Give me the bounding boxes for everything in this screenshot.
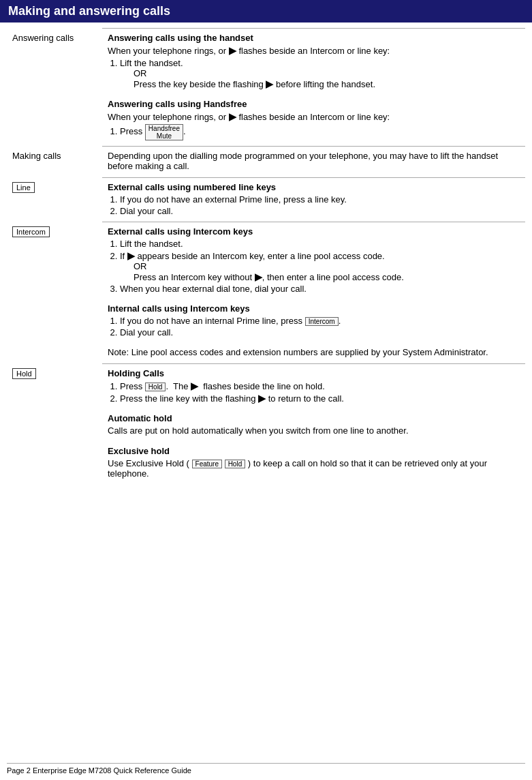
exclusive-hold-heading: Exclusive hold [108, 446, 520, 456]
intercom-int-step2: Dial your call. [120, 327, 520, 338]
exclusive-hold-content: Use Exclusive Hold ( Feature Hold ) to k… [108, 458, 520, 479]
holding-calls-heading: Holding Calls [108, 368, 520, 378]
answering-handset-intro: When your telephone rings, or ▶ flashes … [108, 45, 520, 56]
auto-hold-content: Calls are put on hold automatically when… [108, 425, 520, 436]
making-calls-label: Making calls [12, 151, 61, 161]
hold-key-inline2: Hold [225, 460, 246, 468]
line-step1: If you do not have an external Prime lin… [120, 194, 520, 205]
line-key-label: Line [12, 182, 35, 193]
hold-key-inline1: Hold [145, 382, 166, 391]
intercom-step1: Lift the handset. [120, 239, 520, 249]
answering-handset-or: OR [134, 68, 147, 78]
hold-step2: Press the line key with the flashing ▶ t… [120, 393, 520, 404]
handsfree-key: HandsfreeMute [145, 124, 183, 140]
hold-step1: Press Hold. The ▶ flashes beside the lin… [120, 380, 520, 391]
intercom-step2b: Press an Intercom key without ▶, then en… [134, 272, 404, 282]
making-calls-content: Depending upon the dialling mode program… [108, 151, 520, 171]
line-heading: External calls using numbered line keys [108, 182, 520, 192]
page-footer: Page 2 Enterprise Edge M7208 Quick Refer… [7, 763, 525, 775]
answering-handset-heading: Answering calls using the handset [108, 33, 520, 43]
page-title: Making and answering calls [0, 0, 532, 22]
intercom-int-heading: Internal calls using Intercom keys [108, 303, 520, 314]
answering-handset-step1: Lift the handset. OR Press the key besid… [120, 58, 520, 89]
answering-handsfree-step1: Press HandsfreeMute. [120, 124, 520, 140]
answering-handsfree-intro: When your telephone rings, or ▶ flashes … [108, 111, 520, 122]
intercom-key-label: Intercom [12, 226, 50, 237]
auto-hold-heading: Automatic hold [108, 413, 520, 423]
line-pool-note: Note: Line pool access codes and extensi… [108, 347, 520, 357]
answering-handset-step1b: Press the key beside the flashing ▶ befo… [134, 79, 375, 89]
feature-key-inline: Feature [192, 460, 222, 468]
intercom-key-inline: Intercom [305, 317, 339, 326]
line-step2: Dial your call. [120, 206, 520, 216]
hold-key-label: Hold [12, 368, 36, 379]
answering-handsfree-heading: Answering calls using Handsfree [108, 99, 520, 109]
intercom-step2: If ▶ appears beside an Intercom key, ent… [120, 250, 520, 282]
intercom-ext-heading: External calls using Intercom keys [108, 226, 520, 237]
intercom-step2-or: OR [134, 261, 147, 271]
intercom-int-step1: If you do not have an internal Prime lin… [120, 316, 520, 326]
answering-calls-label: Answering calls [12, 33, 74, 43]
intercom-step3: When you hear external dial tone, dial y… [120, 284, 520, 294]
